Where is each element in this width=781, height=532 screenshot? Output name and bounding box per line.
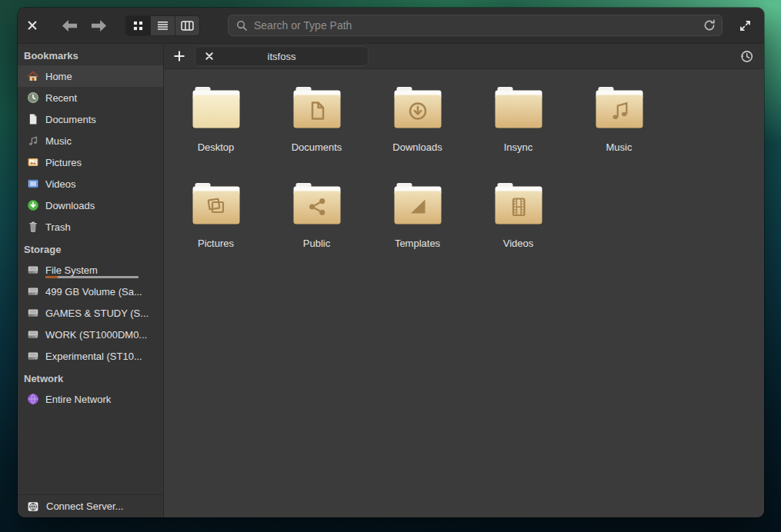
sidebar-item-label: Experimental (ST10... bbox=[45, 351, 142, 362]
new-tab-button[interactable] bbox=[170, 47, 189, 65]
fullscreen-button[interactable] bbox=[734, 15, 756, 36]
sidebar-item-trash[interactable]: Trash bbox=[18, 216, 163, 238]
folder-label: Templates bbox=[395, 238, 440, 249]
drive-icon bbox=[27, 307, 39, 319]
tab-close-icon bbox=[205, 52, 213, 60]
folder-documents[interactable]: Documents bbox=[266, 86, 367, 153]
folder-label: Desktop bbox=[198, 141, 235, 153]
sidebar-item-label: GAMES & STUDY (S... bbox=[45, 308, 149, 319]
forward-arrow-icon bbox=[91, 19, 107, 32]
tab-bar: itsfoss bbox=[164, 44, 764, 69]
recent-icon bbox=[27, 91, 39, 104]
folder-label: Videos bbox=[503, 238, 534, 249]
close-icon bbox=[28, 21, 37, 30]
list-view-button[interactable] bbox=[151, 16, 175, 35]
plus-icon bbox=[174, 51, 185, 62]
sidebar-section-header-network: Network bbox=[18, 368, 163, 388]
folder-icon bbox=[595, 86, 644, 132]
folder-icon bbox=[494, 86, 543, 132]
tab-close-button[interactable] bbox=[202, 49, 216, 63]
files-area: DesktopDocumentsDownloadsInsyncMusicPict… bbox=[164, 69, 764, 517]
sidebar-item-experimental-st10[interactable]: Experimental (ST10... bbox=[18, 345, 163, 367]
list-view-icon bbox=[157, 21, 169, 31]
sidebar: BookmarksHomeRecentDocumentsMusicPicture… bbox=[18, 44, 164, 517]
tab-itsfoss[interactable]: itsfoss bbox=[195, 46, 369, 66]
sidebar-item-label: Trash bbox=[45, 221, 71, 233]
back-arrow-icon bbox=[62, 19, 78, 32]
connect-server-button[interactable]: Connect Server... bbox=[18, 494, 163, 517]
pictures-icon bbox=[27, 156, 39, 168]
desktop-wallpaper: BookmarksHomeRecentDocumentsMusicPicture… bbox=[0, 0, 781, 532]
sidebar-item-label: Downloads bbox=[45, 200, 95, 211]
sidebar-item-work-st1000dm0[interactable]: WORK (ST1000DM0... bbox=[18, 324, 163, 345]
grid-view-button[interactable] bbox=[126, 16, 150, 35]
sidebar-item-file-system[interactable]: File System bbox=[18, 259, 163, 281]
sidebar-item-label: Music bbox=[45, 135, 72, 147]
refresh-icon bbox=[703, 19, 716, 32]
folder-icon bbox=[393, 182, 442, 228]
documents-icon bbox=[27, 113, 39, 125]
sidebar-item-499-gb-volume-sa[interactable]: 499 GB Volume (Sa... bbox=[18, 281, 163, 302]
history-icon bbox=[740, 50, 753, 63]
search-icon bbox=[236, 20, 248, 32]
sidebar-item-home[interactable]: Home bbox=[18, 65, 163, 87]
refresh-button[interactable] bbox=[700, 16, 719, 35]
folder-icon bbox=[192, 86, 241, 132]
sidebar-item-pictures[interactable]: Pictures bbox=[18, 151, 163, 173]
sidebar-item-videos[interactable]: Videos bbox=[18, 173, 163, 195]
column-view-button[interactable] bbox=[175, 16, 199, 35]
connect-server-label: Connect Server... bbox=[46, 500, 123, 512]
sidebar-item-documents[interactable]: Documents bbox=[18, 108, 163, 130]
grid-view-icon bbox=[133, 21, 143, 31]
sidebar-section-header-storage: Storage bbox=[18, 239, 163, 259]
sidebar-item-label: Entire Network bbox=[45, 394, 111, 405]
column-view-icon bbox=[181, 21, 194, 31]
sidebar-item-entire-network[interactable]: Entire Network bbox=[18, 388, 163, 410]
folder-public[interactable]: Public bbox=[266, 182, 367, 249]
folder-templates[interactable]: Templates bbox=[367, 182, 468, 249]
folder-downloads[interactable]: Downloads bbox=[367, 86, 468, 153]
folder-desktop[interactable]: Desktop bbox=[165, 86, 266, 153]
sidebar-item-label: Pictures bbox=[45, 157, 82, 168]
view-mode-switcher bbox=[125, 15, 200, 36]
back-button[interactable] bbox=[59, 15, 79, 35]
folder-insync[interactable]: Insync bbox=[468, 86, 569, 153]
sidebar-item-label: Recent bbox=[45, 92, 77, 104]
forward-button[interactable] bbox=[88, 15, 108, 35]
server-icon bbox=[27, 500, 39, 513]
downloads-icon bbox=[27, 199, 39, 211]
sidebar-item-downloads[interactable]: Downloads bbox=[18, 195, 163, 216]
disk-usage-bar bbox=[45, 276, 139, 278]
sidebar-section-header-bookmarks: Bookmarks bbox=[18, 45, 163, 65]
search-bar bbox=[228, 15, 723, 36]
files-grid: DesktopDocumentsDownloadsInsyncMusicPict… bbox=[165, 86, 673, 249]
sidebar-item-recent[interactable]: Recent bbox=[18, 87, 163, 108]
folder-icon bbox=[192, 182, 241, 228]
folder-icon bbox=[393, 86, 442, 132]
folder-icon bbox=[494, 182, 543, 228]
folder-label: Documents bbox=[292, 141, 342, 153]
folder-icon bbox=[292, 86, 342, 132]
sidebar-item-music[interactable]: Music bbox=[18, 130, 163, 151]
sidebar-item-label: WORK (ST1000DM0... bbox=[45, 329, 147, 341]
folder-label: Pictures bbox=[198, 238, 234, 249]
trash-icon bbox=[27, 221, 39, 233]
tab-title: itsfoss bbox=[195, 51, 368, 62]
drive-icon bbox=[27, 350, 39, 362]
window-body: BookmarksHomeRecentDocumentsMusicPicture… bbox=[18, 44, 764, 517]
history-button[interactable] bbox=[737, 47, 756, 65]
folder-icon bbox=[292, 182, 342, 228]
folder-pictures[interactable]: Pictures bbox=[165, 182, 266, 249]
search-input[interactable] bbox=[254, 19, 700, 32]
folder-label: Music bbox=[606, 141, 632, 153]
sidebar-item-games-study-s[interactable]: GAMES & STUDY (S... bbox=[18, 302, 163, 324]
window-close-button[interactable] bbox=[22, 15, 42, 35]
folder-label: Insync bbox=[504, 141, 533, 153]
sidebar-item-label: Videos bbox=[45, 178, 76, 190]
folder-music[interactable]: Music bbox=[569, 86, 669, 153]
sidebar-sections: BookmarksHomeRecentDocumentsMusicPicture… bbox=[18, 44, 163, 494]
folder-label: Downloads bbox=[392, 141, 442, 153]
drive-icon bbox=[27, 285, 39, 298]
sidebar-item-label: Documents bbox=[45, 114, 96, 125]
folder-videos[interactable]: Videos bbox=[468, 182, 569, 249]
